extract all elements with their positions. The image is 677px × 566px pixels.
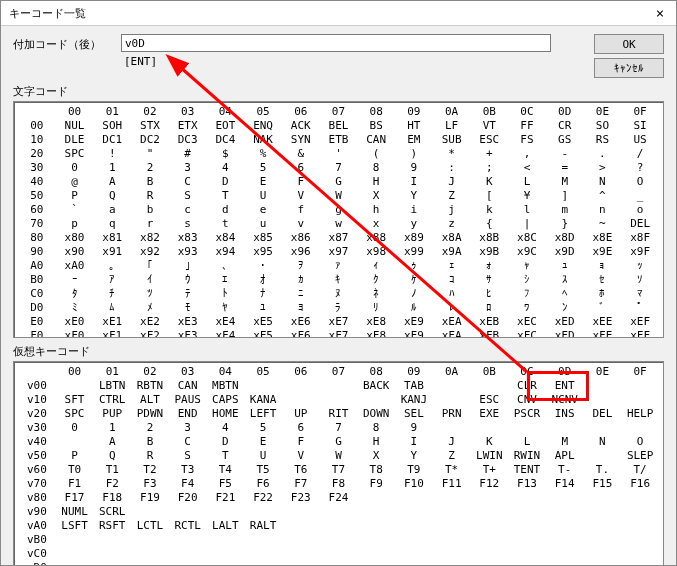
row-header[interactable]: vA0 — [18, 518, 56, 532]
cell[interactable]: " — [131, 146, 169, 160]
cell[interactable]: PRN — [433, 406, 471, 420]
cell[interactable]: APL — [546, 448, 584, 462]
cell[interactable]: K — [470, 174, 508, 188]
cell[interactable]: M — [546, 434, 584, 448]
cell[interactable]: RCTL — [169, 518, 207, 532]
cell[interactable]: 7 — [320, 160, 358, 174]
cell[interactable]: / — [621, 146, 659, 160]
cell[interactable] — [470, 490, 508, 504]
cell[interactable]: _ — [621, 188, 659, 202]
cell[interactable]: x96 — [282, 244, 320, 258]
cell[interactable]: N — [584, 174, 622, 188]
cell[interactable]: F7 — [282, 476, 320, 490]
cell[interactable]: T5 — [244, 462, 282, 476]
cell[interactable] — [320, 378, 358, 392]
cell[interactable]: RBTN — [131, 378, 169, 392]
cell[interactable]: x9A — [433, 244, 471, 258]
ok-button[interactable]: OK — [594, 34, 664, 54]
cell[interactable]: ﾚ — [433, 300, 471, 314]
cell[interactable]: G — [320, 174, 358, 188]
row-header[interactable]: v80 — [18, 490, 56, 504]
cell[interactable] — [320, 504, 358, 518]
cell[interactable]: x91 — [93, 244, 131, 258]
cell[interactable] — [357, 392, 395, 406]
cell[interactable]: xF9 — [395, 328, 433, 338]
cell[interactable]: ｬ — [508, 258, 546, 272]
cell[interactable]: ｾ — [584, 272, 622, 286]
cell[interactable]: 0 — [56, 420, 94, 434]
cell[interactable]: xE0 — [56, 314, 94, 328]
cell[interactable]: xF4 — [207, 328, 245, 338]
cell[interactable]: j — [433, 202, 471, 216]
cell[interactable] — [395, 490, 433, 504]
cell[interactable] — [433, 560, 471, 566]
cell[interactable]: SI — [621, 118, 659, 132]
cell[interactable]: ﾕ — [244, 300, 282, 314]
cell[interactable]: FF — [508, 118, 546, 132]
cell[interactable]: SO — [584, 118, 622, 132]
cell[interactable]: p — [56, 216, 94, 230]
cell[interactable]: x97 — [320, 244, 358, 258]
cell[interactable]: SLEP — [621, 448, 659, 462]
cell[interactable]: ﾉ — [395, 286, 433, 300]
close-icon[interactable]: × — [652, 5, 668, 21]
cell[interactable] — [357, 518, 395, 532]
cell[interactable]: Q — [93, 188, 131, 202]
cell[interactable]: , — [508, 146, 546, 160]
cell[interactable]: @ — [56, 174, 94, 188]
cell[interactable]: P — [56, 448, 94, 462]
cell[interactable]: ﾖ — [282, 300, 320, 314]
cell[interactable]: xEF — [621, 314, 659, 328]
cell[interactable]: ﾏ — [621, 286, 659, 300]
cell[interactable]: o — [621, 202, 659, 216]
cell[interactable]: ) — [395, 146, 433, 160]
cell[interactable]: x82 — [131, 230, 169, 244]
cell[interactable]: T/ — [621, 462, 659, 476]
cell[interactable] — [320, 546, 358, 560]
cell[interactable]: ALT — [131, 392, 169, 406]
cell[interactable]: H — [357, 174, 395, 188]
vkcode-grid[interactable]: 000102030405060708090A0B0C0D0E0Fv00LBTNR… — [13, 361, 664, 566]
cell[interactable] — [244, 532, 282, 546]
cell[interactable]: ﾝ — [546, 300, 584, 314]
cell[interactable] — [470, 560, 508, 566]
cell[interactable]: ACK — [282, 118, 320, 132]
cell[interactable]: 6 — [282, 160, 320, 174]
cell[interactable]: PUP — [93, 406, 131, 420]
cell[interactable]: INS — [546, 406, 584, 420]
cell[interactable]: T- — [546, 462, 584, 476]
cell[interactable]: SPC — [56, 406, 94, 420]
cell[interactable] — [282, 378, 320, 392]
cell[interactable]: q — [93, 216, 131, 230]
cell[interactable]: % — [244, 146, 282, 160]
cell[interactable]: R — [131, 188, 169, 202]
cell[interactable]: ﾒ — [131, 300, 169, 314]
cell[interactable] — [621, 532, 659, 546]
cell[interactable]: F3 — [131, 476, 169, 490]
cell[interactable]: ﾈ — [357, 286, 395, 300]
cell[interactable]: ｦ — [282, 258, 320, 272]
cell[interactable]: DLE — [56, 132, 94, 146]
cell[interactable]: NCNV — [546, 392, 584, 406]
cell[interactable] — [621, 392, 659, 406]
cell[interactable]: x86 — [282, 230, 320, 244]
cell[interactable]: ﾛ — [470, 300, 508, 314]
cell[interactable]: DC1 — [93, 132, 131, 146]
cell[interactable]: ` — [56, 202, 94, 216]
cell[interactable] — [584, 490, 622, 504]
cell[interactable]: xF8 — [357, 328, 395, 338]
cell[interactable] — [169, 560, 207, 566]
cell[interactable] — [584, 420, 622, 434]
cell[interactable]: x93 — [169, 244, 207, 258]
cell[interactable] — [320, 532, 358, 546]
cell[interactable] — [508, 490, 546, 504]
cell[interactable]: xE4 — [207, 314, 245, 328]
cell[interactable]: SOH — [93, 118, 131, 132]
cell[interactable]: x9F — [621, 244, 659, 258]
cell[interactable]: DOWN — [357, 406, 395, 420]
cell[interactable]: STX — [131, 118, 169, 132]
cell[interactable]: ｪ — [433, 258, 471, 272]
cell[interactable]: xF3 — [169, 328, 207, 338]
cell[interactable] — [621, 378, 659, 392]
cell[interactable]: < — [508, 160, 546, 174]
